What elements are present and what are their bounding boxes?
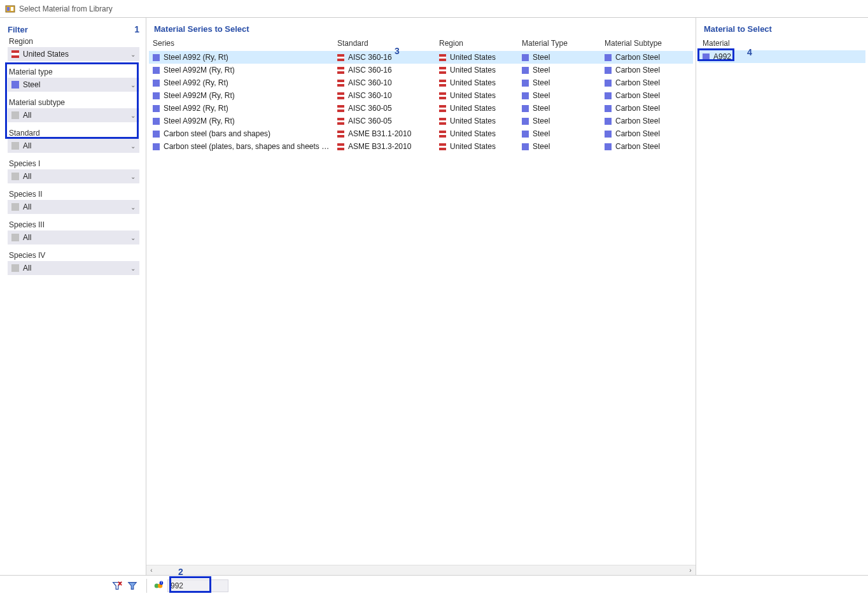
filter-group-species-ii: Species IIAll⌄ — [8, 190, 139, 214]
series-row[interactable]: Steel A992 (Ry, Rt)AISC 360-10United Sta… — [149, 76, 693, 89]
gray-icon — [11, 173, 19, 180]
svg-rect-1 — [7, 7, 10, 11]
filter-label: Material subtype — [8, 98, 139, 107]
steel-icon — [703, 53, 710, 60]
cell-subtype: Carbon Steel — [601, 127, 693, 140]
series-horizontal-scrollbar[interactable]: ‹ › — [146, 565, 696, 575]
flag-icon — [337, 118, 344, 125]
cell-standard: ASME B31.3-2010 — [333, 140, 435, 153]
steel-icon — [153, 143, 160, 150]
filter-label: Region — [8, 37, 139, 46]
steel-icon — [153, 54, 160, 61]
filter-value: United States — [23, 50, 69, 59]
flag-icon — [337, 131, 344, 138]
material-panel: Material to Select Material A992 4 — [696, 18, 868, 575]
series-row[interactable]: Steel A992 (Ry, Rt)AISC 360-05United Sta… — [149, 102, 693, 115]
chevron-down-icon: ⌄ — [130, 112, 136, 119]
material-column-header[interactable]: Material — [699, 36, 865, 50]
steel-icon — [605, 118, 612, 125]
steel-icon — [153, 80, 160, 87]
series-header-label: Material Series to Select — [154, 24, 249, 34]
filter-value: All — [23, 233, 31, 242]
filter-label: Material type — [8, 67, 139, 76]
cell-series: Steel A992 (Ry, Rt) — [149, 102, 333, 115]
steel-icon — [522, 118, 529, 125]
window-titlebar: Select Material from Library — [0, 0, 868, 18]
callout-1: 1 — [134, 24, 139, 34]
filter-group-material-type: Material typeSteel⌄ — [8, 67, 139, 92]
material-header: Material to Select — [696, 18, 868, 36]
cell-region: United States — [435, 76, 518, 89]
cell-subtype: Carbon Steel — [601, 102, 693, 115]
flag-icon — [439, 105, 446, 112]
steel-icon — [605, 54, 612, 61]
filter-label: Standard — [8, 129, 139, 138]
material-row[interactable]: A992 — [699, 50, 865, 63]
filter-header-label: Filter — [8, 25, 28, 34]
filter-select-standard[interactable]: All⌄ — [8, 139, 139, 153]
gray-icon — [11, 203, 19, 211]
steel-icon — [153, 105, 160, 112]
cell-series: Steel A992 (Ry, Rt) — [149, 51, 333, 64]
filter-select-region[interactable]: United States⌄ — [8, 47, 139, 61]
flag-icon — [337, 143, 344, 150]
cell-type: Steel — [518, 140, 601, 153]
series-row[interactable]: Steel A992M (Ry, Rt)AISC 360-05United St… — [149, 115, 693, 127]
steel-icon — [522, 131, 529, 138]
cell-series: Steel A992M (Ry, Rt) — [149, 115, 333, 127]
svg-rect-2 — [11, 7, 13, 11]
cell-series: Carbon steel (bars and shapes) — [149, 127, 333, 140]
series-row[interactable]: Carbon steel (bars and shapes)ASME B31.1… — [149, 127, 693, 140]
steel-icon — [522, 54, 529, 61]
cell-subtype: Carbon Steel — [601, 76, 693, 89]
search-input[interactable]: 992 — [167, 579, 228, 592]
filter-select-species-iii[interactable]: All⌄ — [8, 231, 139, 245]
cell-type: Steel — [518, 89, 601, 102]
series-header: Material Series to Select — [146, 18, 696, 36]
cell-type: Steel — [518, 127, 601, 140]
filter-select-species-iv[interactable]: All⌄ — [8, 261, 139, 275]
chevron-down-icon: ⌄ — [130, 265, 136, 272]
filter-group-species-iii: Species IIIAll⌄ — [8, 220, 139, 245]
flag-icon — [439, 54, 446, 61]
series-col-series[interactable]: Series — [149, 36, 333, 51]
filter-group-standard: StandardAll⌄ — [8, 129, 139, 153]
gray-icon — [11, 264, 19, 272]
filter-header: Filter 1 — [0, 18, 146, 37]
cell-standard: AISC 360-05 — [333, 102, 435, 115]
series-row[interactable]: Steel A992 (Ry, Rt)AISC 360-16United Sta… — [149, 51, 693, 64]
search-mode-icon[interactable]: ! — [152, 579, 165, 592]
search-input-value: 992 — [171, 581, 183, 590]
chevron-down-icon: ⌄ — [130, 143, 136, 150]
series-row[interactable]: Carbon steel (plates, bars, shapes and s… — [149, 140, 693, 153]
series-row[interactable]: Steel A992M (Ry, Rt)AISC 360-10United St… — [149, 89, 693, 102]
series-col-standard[interactable]: Standard — [333, 36, 435, 51]
flag-icon — [439, 143, 446, 150]
cell-type: Steel — [518, 102, 601, 115]
steel-icon — [153, 118, 160, 125]
steel-icon — [153, 67, 160, 74]
filter-select-material-type[interactable]: Steel⌄ — [8, 78, 139, 92]
cell-standard: AISC 360-16 — [333, 51, 435, 64]
scroll-left-icon[interactable]: ‹ — [146, 567, 157, 574]
flag-icon — [439, 80, 446, 87]
series-row[interactable]: Steel A992M (Ry, Rt)AISC 360-16United St… — [149, 64, 693, 76]
gray-icon — [11, 234, 19, 241]
chevron-down-icon: ⌄ — [130, 204, 136, 211]
steel-icon — [522, 80, 529, 87]
filter-select-species-i[interactable]: All⌄ — [8, 169, 139, 183]
filter-select-species-ii[interactable]: All⌄ — [8, 200, 139, 214]
filter-value: All — [23, 172, 31, 181]
filter-group-species-iv: Species IVAll⌄ — [8, 251, 139, 275]
filter-select-material-subtype[interactable]: All⌄ — [8, 108, 139, 122]
series-col-region[interactable]: Region — [435, 36, 518, 51]
filter-funnel-button[interactable] — [126, 579, 139, 592]
steel-icon — [522, 92, 529, 99]
series-col-material-subtype[interactable]: Material Subtype — [601, 36, 693, 51]
cell-subtype: Carbon Steel — [601, 89, 693, 102]
svg-marker-6 — [129, 583, 137, 590]
scroll-right-icon[interactable]: › — [685, 567, 696, 574]
clear-filter-button[interactable] — [111, 579, 123, 592]
cell-standard: AISC 360-10 — [333, 89, 435, 102]
series-col-material-type[interactable]: Material Type — [518, 36, 601, 51]
